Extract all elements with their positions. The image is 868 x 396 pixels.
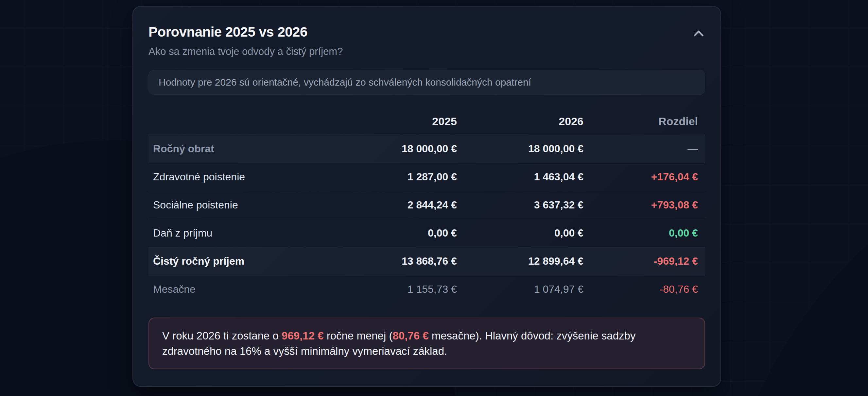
disclaimer-banner: Hodnoty pre 2026 sú orientačné, vychádza… bbox=[149, 70, 705, 95]
row-label: Ročný obrat bbox=[153, 143, 329, 155]
summary-highlight-value: 969,12 € bbox=[282, 330, 323, 342]
value-diff: — bbox=[584, 143, 698, 155]
row-label: Čistý ročný príjem bbox=[153, 255, 329, 267]
summary-text: V roku 2026 ti zostane o 969,12 € ročne … bbox=[162, 328, 691, 359]
value-2025: 18 000,00 € bbox=[329, 143, 457, 155]
table-row: Ročný obrat18 000,00 €18 000,00 €— bbox=[149, 135, 705, 163]
comparison-table: 2025 2026 Rozdiel Ročný obrat18 000,00 €… bbox=[149, 108, 705, 303]
chevron-up-icon bbox=[694, 30, 704, 37]
value-2025: 13 868,76 € bbox=[329, 255, 457, 267]
row-label: Mesačne bbox=[153, 283, 329, 295]
page-title: Porovnanie 2025 vs 2026 bbox=[149, 25, 343, 39]
summary-segment: V roku 2026 ti zostane o bbox=[162, 330, 282, 342]
value-2026: 1 463,04 € bbox=[457, 171, 584, 183]
value-2026: 12 899,64 € bbox=[457, 255, 584, 267]
row-label: Zdravotné poistenie bbox=[153, 171, 329, 183]
comparison-card: Porovnanie 2025 vs 2026 Ako sa zmenia tv… bbox=[132, 6, 721, 387]
value-2025: 0,00 € bbox=[329, 227, 457, 239]
value-diff: +176,04 € bbox=[584, 171, 698, 183]
card-header-text: Porovnanie 2025 vs 2026 Ako sa zmenia tv… bbox=[149, 25, 343, 58]
value-2025: 1 155,73 € bbox=[329, 283, 457, 295]
column-header-rozdiel: Rozdiel bbox=[584, 115, 698, 128]
table-row: Sociálne poistenie2 844,24 €3 637,32 €+7… bbox=[149, 191, 705, 219]
value-diff: -80,76 € bbox=[584, 283, 698, 295]
background-shape-right bbox=[713, 111, 868, 396]
summary-segment: ročne menej ( bbox=[324, 330, 393, 342]
value-diff: -969,12 € bbox=[584, 255, 698, 267]
value-2025: 1 287,00 € bbox=[329, 171, 457, 183]
collapse-button[interactable] bbox=[689, 26, 708, 41]
disclaimer-text: Hodnoty pre 2026 sú orientačné, vychádza… bbox=[159, 77, 531, 88]
column-header-2026: 2026 bbox=[457, 115, 584, 128]
value-2026: 3 637,32 € bbox=[457, 199, 584, 211]
row-label: Daň z príjmu bbox=[153, 227, 329, 239]
card-subtitle: Ako sa zmenia tvoje odvody a čistý príje… bbox=[149, 45, 343, 58]
value-diff: 0,00 € bbox=[584, 227, 698, 239]
card-header: Porovnanie 2025 vs 2026 Ako sa zmenia tv… bbox=[149, 25, 705, 58]
table-row: Daň z príjmu0,00 €0,00 €0,00 € bbox=[149, 219, 705, 247]
column-header-2025: 2025 bbox=[329, 115, 457, 128]
table-row: Zdravotné poistenie1 287,00 €1 463,04 €+… bbox=[149, 163, 705, 191]
value-2026: 0,00 € bbox=[457, 227, 584, 239]
table-body: Ročný obrat18 000,00 €18 000,00 €—Zdravo… bbox=[149, 135, 705, 303]
value-diff: +793,08 € bbox=[584, 199, 698, 211]
table-header-row: 2025 2026 Rozdiel bbox=[149, 108, 705, 135]
value-2026: 18 000,00 € bbox=[457, 143, 584, 155]
value-2025: 2 844,24 € bbox=[329, 199, 457, 211]
table-row: Mesačne1 155,73 €1 074,97 €-80,76 € bbox=[149, 275, 705, 303]
value-2026: 1 074,97 € bbox=[457, 283, 584, 295]
summary-callout: V roku 2026 ti zostane o 969,12 € ročne … bbox=[149, 318, 705, 369]
row-label: Sociálne poistenie bbox=[153, 199, 329, 211]
summary-highlight-value: 80,76 € bbox=[393, 330, 428, 342]
table-row: Čistý ročný príjem13 868,76 €12 899,64 €… bbox=[149, 247, 705, 275]
